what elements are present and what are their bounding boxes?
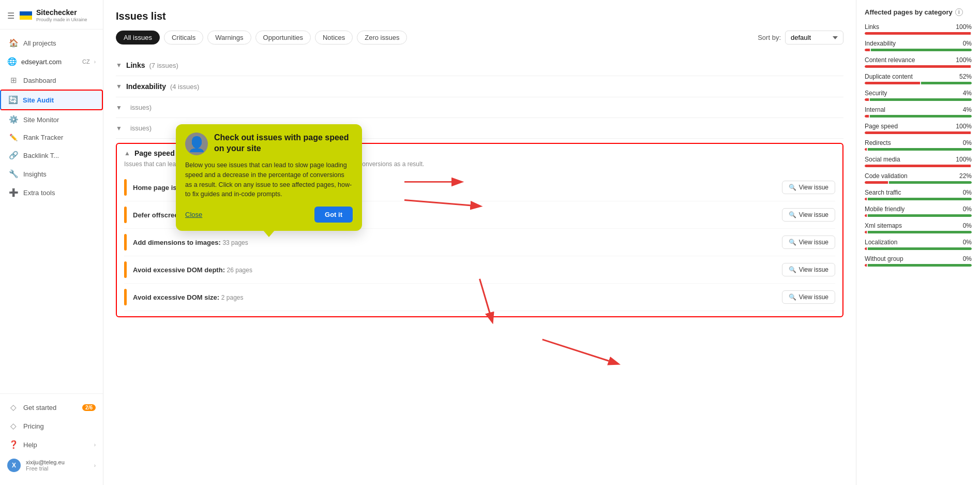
user-item[interactable]: X xixiju@teleg.eu Free trial › [0,454,103,477]
sidebar-item-label: Rank Tracker [23,134,96,141]
view-issue-label: View issue [799,266,828,273]
progress-red [865,264,867,267]
insights-icon: 🔧 [9,169,18,179]
progress-green [870,115,972,117]
sidebar-item-extra-tools[interactable]: ➕ Extra tools [0,183,103,202]
tab-notices[interactable]: Notices [315,31,353,45]
info-icon[interactable]: i [955,8,963,16]
chevron-right-icon: › [94,442,96,448]
logo-text-area: Sitechecker Proudly made in Ukraine [36,9,87,22]
sidebar-item-get-started[interactable]: ◇ Get started 2/6 [0,398,103,417]
category-stat-pct: 0% [963,239,972,246]
tab-opportunities[interactable]: Opportunities [255,31,311,45]
view-issue-button[interactable]: 🔍 View issue [782,290,835,304]
progress-split [865,65,972,68]
sidebar-item-label: Backlink T... [23,152,96,159]
get-started-label: Get started [23,404,77,411]
tooltip-close-link[interactable]: Close [185,211,202,218]
progress-split [865,181,972,184]
sidebar-item-all-projects[interactable]: 🏠 All projects [0,34,103,52]
sort-select[interactable]: default name issues count [785,31,843,45]
category-partial1-header[interactable]: ▼ issues) [116,104,843,111]
category-links-header[interactable]: ▼ Links (7 issues) [116,61,843,69]
category-stat-header: Xml sitemaps 0% [865,222,972,229]
tab-all-issues[interactable]: All issues [116,31,160,45]
sidebar-item-help[interactable]: ❓ Help › [0,435,103,454]
chevron-down-icon: ▼ [116,62,122,69]
issue-row: Add dimensions to images: 33 pages 🔍 Vie… [124,229,835,256]
search-icon: 🔍 [789,266,796,273]
category-stat-name: Indexability [865,40,896,47]
progress-red [865,181,888,184]
progress-bar-track [865,231,972,233]
domain-selector[interactable]: 🌐 edseyart.com CZ › [0,52,103,71]
category-stat-header: Links 100% [865,23,972,31]
category-stat-name: Without group [865,255,903,262]
category-stat-pct: 0% [963,205,972,213]
category-stat-pct: 0% [963,255,972,262]
category-stat-name: Mobile friendly [865,205,904,213]
chevron-up-icon: ▲ [124,150,130,157]
view-issue-button[interactable]: 🔍 View issue [782,236,835,249]
sidebar-item-backlink[interactable]: 🔗 Backlink T... [0,146,103,165]
sidebar-item-pricing[interactable]: ◇ Pricing [0,417,103,435]
hamburger-icon[interactable]: ☰ [7,11,14,21]
pagespeed-label: Page speed [134,149,175,157]
category-stat: Xml sitemaps 0% [865,222,972,233]
issue-text: Avoid excessive DOM depth: 26 pages [133,266,776,274]
progress-bar-track [865,165,972,167]
tab-criticals[interactable]: Criticals [164,31,203,45]
category-count: issues) [130,104,152,111]
progress-bar-track [865,32,972,35]
tooltip-got-it-button[interactable]: Got it [314,207,353,223]
tab-warnings[interactable]: Warnings [207,31,251,45]
progress-green [868,264,972,267]
sort-area: Sort by: default name issues count [758,31,843,45]
warning-indicator [124,234,127,251]
main-content: Issues list All issues Criticals Warning… [103,0,980,485]
category-stat-header: Code validation 22% [865,172,972,180]
help-icon: ❓ [9,440,18,449]
progress-bar-track [865,115,972,117]
issue-name: Avoid excessive DOM depth: [133,266,225,274]
issue-row: Avoid excessive DOM depth: 26 pages 🔍 Vi… [124,256,835,284]
category-stat: Content relevance 100% [865,56,972,68]
tooltip-popup: 👤 Check out issues with page speed on yo… [176,124,362,231]
category-stat: Internal 4% [865,106,972,117]
category-indexability-header[interactable]: ▼ Indexability (4 issues) [116,82,843,91]
category-stat: Without group 0% [865,255,972,267]
issues-panel: Issues list All issues Criticals Warning… [103,0,856,485]
sort-label: Sort by: [758,34,781,41]
search-icon: 🔍 [789,184,796,191]
category-stat: Security 4% [865,90,972,101]
category-stat-pct: 4% [963,106,972,113]
tooltip-footer: Close Got it [185,207,353,223]
view-issue-button[interactable]: 🔍 View issue [782,181,835,194]
sidebar-item-dashboard[interactable]: ⊞ Dashboard [0,71,103,90]
chevron-down-icon: ▼ [116,104,122,111]
warning-indicator [124,289,127,305]
svg-rect-3 [20,11,32,16]
filter-tabs: All issues Criticals Warnings Opportunit… [116,31,843,45]
category-stat-header: Internal 4% [865,106,972,113]
rank-icon: ✏️ [9,134,18,141]
sidebar-item-insights[interactable]: 🔧 Insights [0,165,103,183]
view-issue-button[interactable]: 🔍 View issue [782,263,835,276]
progress-bar-track [865,49,972,51]
chevron-down-icon: ▼ [116,83,122,90]
sidebar-item-label: Site Monitor [23,116,96,124]
category-stat-pct: 0% [963,139,972,146]
sidebar-item-site-audit[interactable]: 🔄 Site Audit [0,90,103,110]
warning-indicator [124,261,127,278]
view-issue-label: View issue [799,211,828,218]
category-stat-pct: 0% [963,40,972,47]
category-stat-header: Page speed 100% [865,123,972,130]
sidebar-item-rank-tracker[interactable]: ✏️ Rank Tracker [0,129,103,146]
progress-red [865,214,867,217]
view-issue-button[interactable]: 🔍 View issue [782,208,835,222]
progress-red [865,115,869,117]
tab-zero-issues[interactable]: Zero issues [357,31,407,45]
sidebar-item-site-monitor[interactable]: ⚙️ Site Monitor [0,110,103,129]
warning-indicator [124,207,127,223]
progress-red [865,131,971,134]
